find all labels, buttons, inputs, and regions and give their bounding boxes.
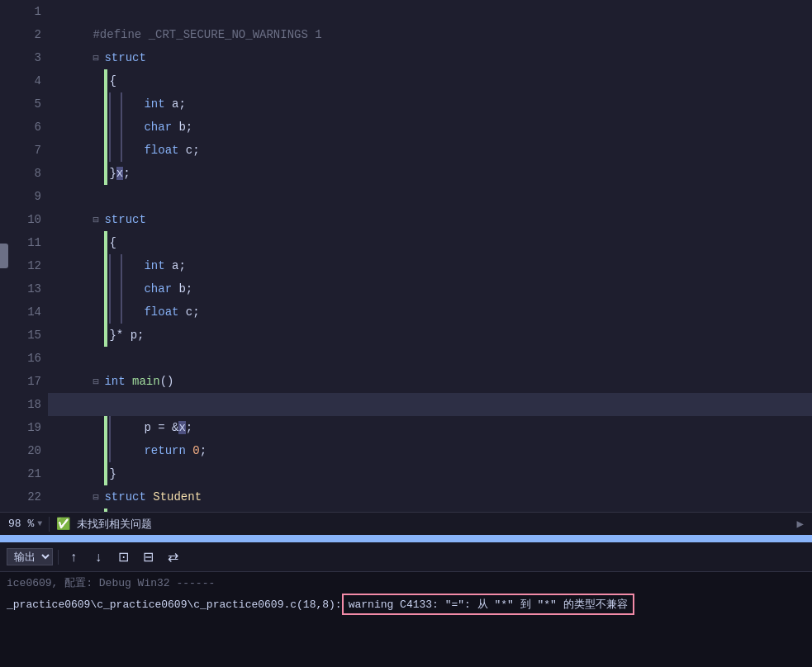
warning-message: warning C4133: "=": 从 "*" 到 "*" 的类型不兼容 <box>342 594 634 615</box>
toolbar-btn-filter[interactable]: ⊡ <box>113 547 133 567</box>
output-type-select[interactable]: 输出 <box>7 548 53 565</box>
warning-line: _practice0609\c_practice0609\c_practice0… <box>7 594 805 615</box>
build-info-line: ice0609, 配置: Debug Win32 ------ <box>7 575 805 590</box>
code-line-9: ⊟struct <box>48 185 812 208</box>
code-line-21: ⊟struct Student <box>48 462 812 485</box>
code-line-17: { <box>48 370 812 393</box>
toolbar-sep-1 <box>58 550 59 565</box>
editor-area: 1 2 3 4 5 6 7 8 9 10 11 12 13 14 15 16 1… <box>0 0 812 512</box>
code-line-5: char b; <box>48 92 812 116</box>
code-line-15 <box>48 324 812 347</box>
toolbar-btn-up[interactable]: ↑ <box>64 547 83 567</box>
status-text: 未找到相关问题 <box>77 517 152 532</box>
code-line-3: { <box>48 46 812 69</box>
toolbar-btn-clear[interactable]: ⊟ <box>138 547 158 567</box>
code-line-8 <box>48 162 812 185</box>
zoom-control[interactable]: 98 % ▼ <box>8 518 42 530</box>
code-line-12: char b; <box>48 254 812 277</box>
bottom-toolbar: 输出 ↑ ↓ ⊡ ⊟ ⇄ <box>0 542 812 572</box>
code-line-19: return 0; <box>48 416 812 439</box>
bottom-panel: 输出 ↑ ↓ ⊡ ⊟ ⇄ ice0609, 配置: Debug Win32 --… <box>0 540 812 667</box>
code-line-22: { <box>48 485 812 509</box>
code-line-10: { <box>48 208 812 231</box>
scroll-right-btn[interactable]: ▶ <box>797 517 804 531</box>
zoom-dropdown-arrow[interactable]: ▼ <box>37 519 42 528</box>
code-line-11: int a; <box>48 231 812 254</box>
code-line-18: p = &x; <box>48 393 812 416</box>
status-bar: 98 % ▼ ✅ 未找到相关问题 ▶ <box>0 512 812 535</box>
code-line-13: float c; <box>48 277 812 300</box>
toolbar-btn-down[interactable]: ↓ <box>88 547 108 567</box>
code-line-2: ⊟struct <box>48 23 812 46</box>
toolbar-btn-wrap[interactable]: ⇄ <box>163 547 183 567</box>
code-line-7: }x; <box>48 139 812 162</box>
line-numbers: 1 2 3 4 5 6 7 8 9 10 11 12 13 14 15 16 1… <box>8 0 48 512</box>
code-content[interactable]: #define _CRT_SECURE_NO_WARNINGS 1 ⊟struc… <box>48 0 812 512</box>
code-line-23: char name[20]; //姓名 <box>48 509 812 512</box>
code-line-4: int a; <box>48 69 812 92</box>
status-check-icon: ✅ <box>56 517 70 531</box>
warning-path: _practice0609\c_practice0609\c_practice0… <box>7 598 342 611</box>
code-line-20: } <box>48 439 812 462</box>
bottom-content: ice0609, 配置: Debug Win32 ------ _practic… <box>0 572 812 667</box>
left-scroll-indicator[interactable] <box>0 244 8 268</box>
code-line-14: }* p; <box>48 300 812 324</box>
code-line-16: ⊟int main() <box>48 347 812 370</box>
code-line-6: float c; <box>48 116 812 139</box>
zoom-value: 98 % <box>8 518 34 530</box>
code-line-1: #define _CRT_SECURE_NO_WARNINGS 1 <box>48 0 812 23</box>
